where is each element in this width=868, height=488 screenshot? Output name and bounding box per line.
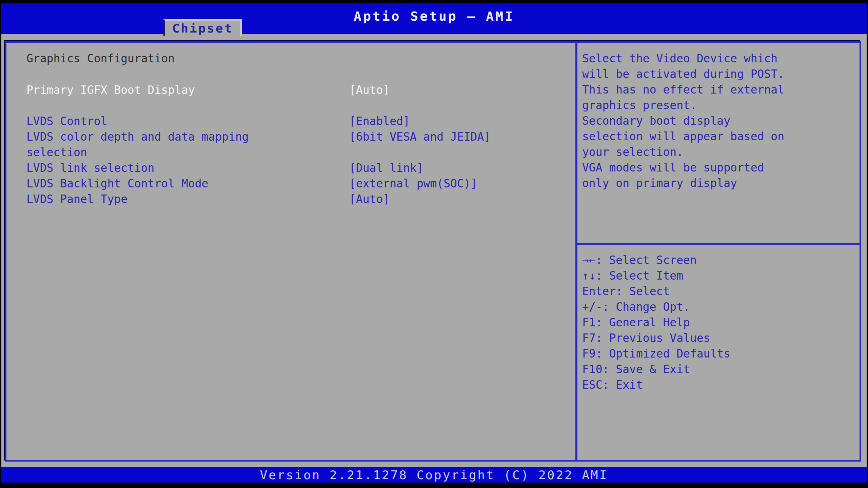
help-panel: Select the Video Device which will be ac… <box>575 43 860 460</box>
menu-item-value: [Enabled] <box>349 114 569 129</box>
menu-item-label: LVDS Backlight Control Mode <box>26 176 264 191</box>
menu-item-lvds-link-selection[interactable]: LVDS link selection [Dual link] <box>26 160 569 176</box>
menu-item-label: LVDS Control <box>26 114 264 129</box>
legend-divider <box>577 243 860 245</box>
menu-item-label: Primary IGFX Boot Display <box>26 82 264 98</box>
menu-item-label: LVDS color depth and data mapping select… <box>26 129 264 160</box>
menu-item-value: [Auto] <box>349 191 569 207</box>
hotkey-enter-select: Enter: Select <box>582 284 856 299</box>
menu-item-value: [Auto] <box>349 82 569 98</box>
menu-item-lvds-backlight-control-mode[interactable]: LVDS Backlight Control Mode [external pw… <box>26 176 569 191</box>
bios-screen: Aptio Setup – AMI Chipset Graphics Confi… <box>1 3 867 483</box>
hotkey-esc-exit: ESC: Exit <box>582 377 856 393</box>
setup-title: Aptio Setup – AMI <box>354 9 514 24</box>
menu-item-value: [external pwm(SOC)] <box>349 176 569 191</box>
menu-item-lvds-panel-type[interactable]: LVDS Panel Type [Auto] <box>26 191 569 207</box>
title-bar: Aptio Setup – AMI <box>1 3 867 34</box>
tab-chipset-label: Chipset <box>172 21 233 35</box>
menu-item-label: LVDS link selection <box>26 160 264 176</box>
version-text: Version 2.21.1278 Copyright (C) 2022 AMI <box>260 468 608 482</box>
menu-item-value: [6bit VESA and JEIDA] <box>349 129 569 160</box>
hotkey-f1-general-help: F1: General Help <box>582 315 856 330</box>
menu-item-primary-igfx-boot-display[interactable]: Primary IGFX Boot Display [Auto] <box>26 82 569 98</box>
hotkey-select-item: ↑↓: Select Item <box>582 268 856 284</box>
menu-item-lvds-color-depth[interactable]: LVDS color depth and data mapping select… <box>26 129 569 160</box>
hotkey-legend: →←: Select Screen ↑↓: Select Item Enter:… <box>582 252 856 393</box>
tab-chipset[interactable]: Chipset <box>163 19 242 36</box>
main-box: Graphics Configuration Primary IGFX Boot… <box>5 41 861 462</box>
menu-rows: Primary IGFX Boot Display [Auto] LVDS Co… <box>26 82 569 207</box>
hotkey-f7-previous-values: F7: Previous Values <box>582 330 856 346</box>
hotkey-change-opt: +/-: Change Opt. <box>582 299 856 315</box>
menu-item-lvds-control[interactable]: LVDS Control [Enabled] <box>26 114 569 129</box>
menu-item-label: LVDS Panel Type <box>26 191 264 207</box>
version-bar: Version 2.21.1278 Copyright (C) 2022 AMI <box>1 467 867 483</box>
help-description: Select the Video Device which will be ac… <box>582 51 856 191</box>
menu-item-value: [Dual link] <box>349 160 569 176</box>
options-panel: Graphics Configuration Primary IGFX Boot… <box>6 43 575 460</box>
section-heading: Graphics Configuration <box>26 51 569 66</box>
hotkey-f10-save-exit: F10: Save & Exit <box>582 362 856 377</box>
hotkey-select-screen: →←: Select Screen <box>582 252 856 268</box>
hotkey-f9-optimized-defaults: F9: Optimized Defaults <box>582 346 856 362</box>
